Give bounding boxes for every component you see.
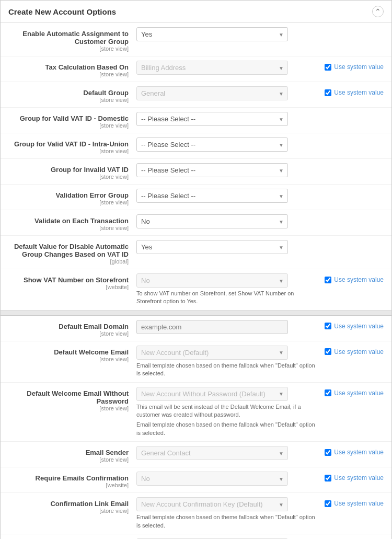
label-default-group: Default Group [store view]	[8, 86, 136, 103]
select-wrapper-validation-error: -- Please Select --	[136, 189, 288, 203]
select-show-vat[interactable]: No	[136, 273, 288, 288]
select-confirmation-link[interactable]: New Account Confirmation Key (Default)	[136, 497, 288, 511]
create-account-options-panel: Create New Account Options ⌃ Enable Auto…	[0, 0, 392, 539]
collapse-button[interactable]: ⌃	[372, 6, 384, 17]
control-validate-transaction: No Yes	[136, 214, 384, 228]
select-welcome-no-pwd[interactable]: New Account Without Password (Default)	[136, 387, 288, 401]
system-value-email-domain: Use system value	[325, 320, 384, 330]
label-require-confirmation: Require Emails Confirmation [website]	[8, 472, 136, 488]
system-value-welcome-email: Use system value	[325, 346, 384, 355]
welcome-email-info: Email template chosen based on theme fal…	[136, 362, 319, 378]
form-row-tax-calc: Tax Calculation Based On [store view] Bi…	[1, 56, 391, 82]
form-row-show-vat: Show VAT Number on Storefront [website] …	[1, 269, 391, 311]
select-validate-transaction[interactable]: No Yes	[136, 214, 288, 228]
label-validation-error: Validation Error Group [store view]	[8, 189, 136, 205]
confirmation-link-info: Email template chosen based on theme fal…	[136, 513, 319, 530]
panel-header: Create New Account Options ⌃	[1, 1, 391, 23]
select-validation-error[interactable]: -- Please Select --	[136, 189, 288, 203]
input-email-domain[interactable]	[136, 320, 288, 334]
control-welcome-email: New Account (Default) Email template cho…	[136, 346, 384, 378]
system-value-show-vat: Use system value	[325, 273, 384, 283]
checkbox-show-vat[interactable]	[325, 277, 331, 283]
form-row-welcome-email: Default Welcome Email [store view] New A…	[1, 341, 391, 383]
select-vat-intra[interactable]: -- Please Select --	[136, 137, 288, 152]
system-value-tax-calc: Use system value	[325, 61, 384, 71]
select-wrapper-show-vat: No	[136, 273, 288, 288]
system-value-require-confirmation: Use system value	[325, 472, 384, 481]
control-vat-intra: -- Please Select --	[136, 137, 384, 152]
select-wrapper-default-group: General	[136, 86, 288, 100]
form-row-email-domain: Default Email Domain [store view] Use sy…	[1, 316, 391, 341]
show-vat-info: To show VAT number on Storefront, set Sh…	[136, 290, 319, 306]
control-email-domain: Use system value	[136, 320, 384, 334]
select-disable-auto-group[interactable]: Yes No	[136, 240, 288, 254]
select-wrapper-tax-calc: Billing Address	[136, 61, 288, 75]
control-validation-error: -- Please Select --	[136, 189, 384, 203]
form-row-confirmation-link: Confirmation Link Email [store view] New…	[1, 493, 391, 534]
section-divider	[1, 311, 391, 316]
form-row-vat-intra: Group for Valid VAT ID - Intra-Union [st…	[1, 133, 391, 159]
form-row-enable-auto: Enable Automatic Assignment to Customer …	[1, 23, 391, 56]
control-email-sender: General Contact Use system value	[136, 446, 384, 460]
control-show-vat: No To show VAT number on Storefront, set…	[136, 273, 384, 306]
select-welcome-email[interactable]: New Account (Default)	[136, 346, 288, 360]
select-enable-auto[interactable]: Yes No	[136, 27, 288, 41]
form-row-disable-auto-group: Default Value for Disable Automatic Grou…	[1, 236, 391, 269]
select-vat-domestic[interactable]: -- Please Select --	[136, 112, 288, 126]
email-section: Default Email Domain [store view] Use sy…	[1, 316, 391, 539]
checkbox-welcome-email[interactable]	[325, 348, 331, 355]
form-row-welcome-no-pwd: Default Welcome Email Without Password […	[1, 383, 391, 442]
control-require-confirmation: No Use system value	[136, 472, 384, 486]
welcome-no-pwd-info1: This email will be sent instead of the D…	[136, 403, 319, 419]
label-invalid-vat: Group for Invalid VAT ID [store view]	[8, 163, 136, 180]
control-default-group: General Use system value	[136, 86, 384, 100]
label-email-domain: Default Email Domain [store view]	[8, 320, 136, 337]
form-row-default-group: Default Group [store view] General Use s…	[1, 82, 391, 108]
label-confirmation-link: Confirmation Link Email [store view]	[8, 497, 136, 514]
select-wrapper-vat-intra: -- Please Select --	[136, 137, 288, 152]
label-tax-calc: Tax Calculation Based On [store view]	[8, 61, 136, 77]
select-require-confirmation[interactable]: No	[136, 472, 288, 486]
control-vat-domestic: -- Please Select --	[136, 112, 384, 126]
label-email-sender: Email Sender [store view]	[8, 446, 136, 463]
system-value-confirmation-link: Use system value	[325, 497, 384, 507]
checkbox-default-group[interactable]	[325, 89, 331, 96]
panel-title: Create New Account Options	[8, 7, 116, 16]
select-wrapper-validate-transaction: No Yes	[136, 214, 288, 228]
select-invalid-vat[interactable]: -- Please Select --	[136, 163, 288, 177]
select-wrapper-welcome-no-pwd: New Account Without Password (Default)	[136, 387, 288, 401]
control-disable-auto-group: Yes No	[136, 240, 384, 254]
label-disable-auto-group: Default Value for Disable Automatic Grou…	[8, 240, 136, 265]
form-row-email-sender: Email Sender [store view] General Contac…	[1, 442, 391, 467]
control-enable-auto: Yes No	[136, 27, 384, 41]
label-enable-auto: Enable Automatic Assignment to Customer …	[8, 27, 136, 52]
select-default-group[interactable]: General	[136, 86, 288, 100]
select-wrapper-enable-auto: Yes No	[136, 27, 288, 41]
label-vat-intra: Group for Valid VAT ID - Intra-Union [st…	[8, 137, 136, 154]
checkbox-welcome-no-pwd[interactable]	[325, 389, 331, 396]
checkbox-email-sender[interactable]	[325, 449, 331, 456]
system-value-welcome-no-pwd: Use system value	[325, 387, 384, 397]
form-row-vat-domestic: Group for Valid VAT ID - Domestic [store…	[1, 108, 391, 133]
form-row-validation-error: Validation Error Group [store view] -- P…	[1, 185, 391, 210]
label-welcome-email: Default Welcome Email [store view]	[8, 346, 136, 362]
select-email-sender[interactable]: General Contact	[136, 446, 288, 460]
select-wrapper-invalid-vat: -- Please Select --	[136, 163, 288, 177]
label-show-vat: Show VAT Number on Storefront [website]	[8, 273, 136, 290]
select-wrapper-vat-domestic: -- Please Select --	[136, 112, 288, 126]
label-validate-transaction: Validate on Each Transaction [store view…	[8, 214, 136, 231]
control-invalid-vat: -- Please Select --	[136, 163, 384, 177]
label-vat-domestic: Group for Valid VAT ID - Domestic [store…	[8, 112, 136, 129]
select-wrapper-email-sender: General Contact	[136, 446, 288, 460]
checkbox-tax-calc[interactable]	[325, 64, 331, 71]
checkbox-confirmation-link[interactable]	[325, 500, 331, 507]
select-wrapper-disable-auto-group: Yes No	[136, 240, 288, 254]
welcome-no-pwd-info2: Email template chosen based on theme fal…	[136, 421, 319, 437]
control-tax-calc: Billing Address Use system value	[136, 61, 384, 75]
form-row-require-confirmation: Require Emails Confirmation [website] No…	[1, 467, 391, 493]
select-wrapper-welcome-email: New Account (Default)	[136, 346, 288, 360]
form-row-validate-transaction: Validate on Each Transaction [store view…	[1, 210, 391, 236]
checkbox-require-confirmation[interactable]	[325, 475, 331, 481]
select-tax-calc[interactable]: Billing Address	[136, 61, 288, 75]
checkbox-email-domain[interactable]	[325, 323, 331, 329]
